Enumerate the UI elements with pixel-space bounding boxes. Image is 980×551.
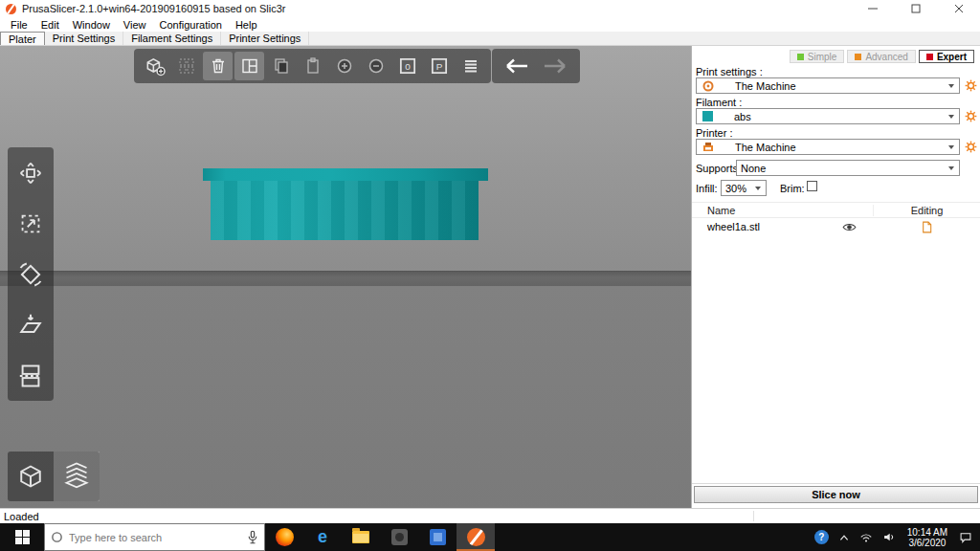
tab-print-settings[interactable]: Print Settings	[45, 32, 123, 45]
remove-instance-icon[interactable]	[361, 52, 390, 80]
prusaslicer-taskbar-icon	[467, 528, 485, 546]
brim-label: Brim:	[780, 183, 805, 194]
simple-mode-swatch	[797, 54, 804, 60]
filament-value: abs	[734, 111, 751, 122]
print-settings-gear-icon[interactable]	[964, 78, 978, 93]
filament-gear-icon[interactable]	[964, 109, 978, 123]
chevron-down-icon	[948, 166, 954, 170]
tab-printer-settings[interactable]: Printer Settings	[221, 32, 309, 45]
object-name: wheel1a.stl	[692, 221, 825, 232]
taskbar-app5-icon[interactable]	[418, 523, 457, 551]
blue-app-icon	[430, 529, 446, 545]
microphone-icon[interactable]	[247, 530, 258, 544]
object-list-header: Name Editing	[692, 202, 980, 218]
mode-simple-button[interactable]: Simple	[790, 50, 845, 63]
title-bar: PrusaSlicer-2.1.0+win64-201909160915 bas…	[0, 0, 980, 17]
cortana-circle-icon	[51, 531, 63, 543]
taskbar-app4-icon[interactable]	[380, 523, 418, 551]
print-settings-dropdown[interactable]: The Machine	[696, 77, 960, 94]
printer-icon	[702, 142, 714, 153]
mode-selector: Simple Advanced Expert	[790, 50, 974, 63]
speaker-icon[interactable]	[879, 523, 900, 551]
windows-taskbar: e ? 10:14 AM 3/6/2020	[0, 523, 980, 551]
infill-value: 30%	[725, 183, 746, 194]
brim-checkbox[interactable]	[807, 181, 817, 191]
taskbar-firefox-icon[interactable]	[265, 523, 303, 551]
status-separator	[753, 511, 754, 521]
wifi-icon[interactable]	[856, 523, 877, 551]
model-bottom-flange[interactable]	[203, 240, 488, 252]
edit-object-icon[interactable]	[873, 221, 980, 233]
undo-icon[interactable]	[500, 52, 532, 80]
status-text: Loaded	[4, 511, 39, 522]
3d-viewport[interactable]: 0 P	[0, 46, 691, 508]
taskbar-file-explorer-icon[interactable]	[342, 523, 380, 551]
clock-time: 10:14 AM	[907, 527, 947, 538]
cut-tool-icon[interactable]	[8, 350, 54, 401]
help-glyph: ?	[814, 530, 829, 544]
supports-dropdown[interactable]: None	[736, 160, 960, 176]
column-editing-header: Editing	[873, 205, 980, 216]
infill-dropdown[interactable]: 30%	[721, 180, 767, 196]
taskbar-clock[interactable]: 10:14 AM 3/6/2020	[902, 527, 953, 548]
arrange-icon[interactable]	[171, 52, 201, 80]
column-name-header: Name	[692, 205, 825, 216]
printer-value: The Machine	[735, 142, 796, 153]
3d-view-icon[interactable]	[8, 452, 54, 501]
printer-gear-icon[interactable]	[964, 140, 978, 154]
printer-label: Printer :	[696, 127, 733, 139]
mode-advanced-button[interactable]: Advanced	[847, 50, 915, 63]
layer-editing-icon[interactable]	[456, 52, 485, 80]
rotate-tool-icon[interactable]	[8, 249, 54, 299]
slice-now-button[interactable]: Slice now	[694, 486, 978, 503]
menu-configuration[interactable]: Configuration	[152, 19, 228, 31]
infill-label: Infill:	[696, 183, 718, 194]
object-row[interactable]: wheel1a.stl	[692, 218, 980, 235]
redo-icon[interactable]	[540, 52, 572, 80]
taskbar-edge-icon[interactable]: e	[303, 523, 342, 551]
svg-text:0: 0	[405, 61, 411, 72]
eye-icon[interactable]	[825, 222, 873, 232]
paste-icon[interactable]	[298, 52, 327, 80]
copy-icon[interactable]	[266, 52, 296, 80]
edge-icon: e	[318, 528, 327, 546]
model-top-flange[interactable]	[203, 168, 488, 181]
tab-plater[interactable]: Plater	[0, 32, 45, 45]
add-instance-icon[interactable]	[329, 52, 359, 80]
move-tool-icon[interactable]	[8, 147, 54, 198]
help-tray-icon[interactable]: ?	[811, 523, 833, 551]
action-center-icon[interactable]	[955, 523, 976, 551]
menu-window[interactable]: Window	[66, 19, 117, 31]
taskbar-search[interactable]	[44, 523, 265, 551]
tray-chevron-up-icon[interactable]	[835, 523, 854, 551]
menu-file[interactable]: File	[4, 19, 34, 31]
minimize-button[interactable]	[851, 0, 894, 17]
menu-help[interactable]: Help	[229, 19, 264, 31]
menu-view[interactable]: View	[117, 19, 153, 31]
filament-dropdown[interactable]: abs	[696, 108, 960, 124]
split-to-objects-icon[interactable]: 0	[392, 52, 422, 80]
scale-tool-icon[interactable]	[8, 198, 54, 249]
split-layout-icon[interactable]	[234, 52, 264, 80]
mode-simple-label: Simple	[808, 52, 837, 62]
model-body[interactable]	[211, 181, 479, 240]
menu-edit[interactable]: Edit	[34, 19, 66, 31]
place-on-face-tool-icon[interactable]	[8, 299, 54, 350]
layers-view-icon[interactable]	[54, 452, 100, 501]
search-input[interactable]	[69, 532, 241, 543]
clock-date: 3/6/2020	[907, 538, 947, 548]
add-object-icon[interactable]	[140, 52, 169, 80]
windows-logo-icon	[15, 530, 30, 544]
delete-icon[interactable]	[203, 52, 233, 80]
start-button[interactable]	[0, 523, 44, 551]
split-to-parts-icon[interactable]: P	[424, 52, 454, 80]
tab-filament-settings[interactable]: Filament Settings	[123, 32, 221, 45]
model-hub[interactable]	[304, 252, 391, 278]
taskbar-prusaslicer-icon[interactable]	[457, 523, 495, 551]
printer-dropdown[interactable]: The Machine	[696, 139, 960, 155]
mode-expert-button[interactable]: Expert	[919, 50, 974, 63]
firefox-icon	[276, 528, 294, 546]
close-button[interactable]	[937, 0, 980, 17]
window-controls	[851, 0, 980, 17]
maximize-button[interactable]	[894, 0, 937, 17]
